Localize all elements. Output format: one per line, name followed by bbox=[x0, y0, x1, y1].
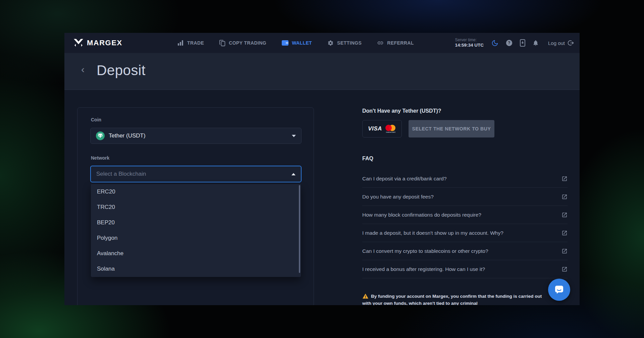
chat-widget-button[interactable] bbox=[548, 279, 570, 301]
external-link-icon bbox=[561, 230, 568, 236]
nav-menu: TRADE COPY TRADING WALLET bbox=[178, 33, 414, 53]
nav-item-referral[interactable]: REFERRAL bbox=[377, 40, 414, 46]
external-link-icon bbox=[561, 176, 568, 182]
mastercard-red-circle bbox=[385, 125, 392, 131]
card-payment-badge: VISA mastercard bbox=[362, 120, 402, 137]
faq-question: How many block confirmations do deposits… bbox=[362, 212, 481, 218]
logout-icon bbox=[568, 40, 574, 46]
network-option-polygon[interactable]: Polygon bbox=[91, 230, 301, 246]
visa-logo: VISA bbox=[368, 125, 382, 132]
coin-label: Coin bbox=[91, 117, 101, 122]
faq-question: I received a bonus after registering. Ho… bbox=[362, 266, 485, 272]
faq-heading: FAQ bbox=[362, 156, 373, 162]
mobile-app-button[interactable] bbox=[520, 39, 525, 47]
bar-chart-icon bbox=[178, 40, 184, 46]
warning-line2: with your own funds, which aren't tied t… bbox=[362, 300, 580, 305]
faq-item-credit-card[interactable]: Can I deposit via a credit/bank card? bbox=[362, 170, 568, 188]
buy-heading: Don't Have any Tether (USDT)? bbox=[362, 108, 441, 114]
network-select[interactable]: Select a Blockchain bbox=[90, 166, 302, 182]
external-link-icon bbox=[561, 212, 568, 218]
network-option-bep20[interactable]: BEP20 bbox=[91, 215, 301, 230]
nav-item-label: COPY TRADING bbox=[229, 40, 266, 46]
nav-item-label: SETTINGS bbox=[337, 40, 362, 46]
network-dropdown: ERC20 TRC20 BEP20 Polygon Avalanche Sola… bbox=[91, 184, 301, 277]
warning-line1: By funding your account on Margex, you c… bbox=[371, 293, 542, 300]
nav-item-trade[interactable]: TRADE bbox=[178, 40, 204, 46]
faq-item-bonus[interactable]: I received a bonus after registering. Ho… bbox=[362, 260, 568, 278]
logout-button[interactable]: Log out bbox=[548, 40, 574, 46]
tether-icon bbox=[96, 131, 105, 140]
logout-label: Log out bbox=[548, 40, 565, 46]
deposit-card: Coin Tether (USDT) Network Select a Bloc… bbox=[77, 107, 314, 305]
help-button[interactable]: ? bbox=[505, 39, 513, 47]
gear-icon bbox=[327, 40, 334, 46]
page-title: Deposit bbox=[97, 62, 146, 78]
logo-text: MARGEX bbox=[87, 39, 122, 47]
server-time-label: Server time: bbox=[455, 38, 484, 43]
coin-select-value: Tether (USDT) bbox=[109, 132, 146, 139]
bell-icon bbox=[532, 39, 539, 47]
wallet-icon bbox=[282, 40, 288, 46]
nav-item-label: REFERRAL bbox=[387, 40, 414, 46]
network-option-trc20[interactable]: TRC20 bbox=[91, 200, 301, 215]
external-link-icon bbox=[561, 248, 568, 254]
margex-logo[interactable]: MARGEX bbox=[73, 33, 122, 53]
dropdown-scrollbar[interactable] bbox=[299, 185, 300, 273]
faq-question: Can I convert my crypto to stablecoins o… bbox=[362, 248, 488, 254]
copy-icon bbox=[219, 40, 225, 46]
nav-item-copy-trading[interactable]: COPY TRADING bbox=[219, 40, 266, 46]
select-network-to-buy-button[interactable]: SELECT THE NETWORK TO BUY bbox=[409, 120, 494, 137]
chevron-down-icon bbox=[292, 135, 296, 137]
nav-item-wallet[interactable]: WALLET bbox=[282, 40, 312, 46]
chevron-up-icon bbox=[291, 173, 296, 175]
page-header: ‹ Deposit bbox=[64, 53, 580, 90]
faq-item-deposit-not-showing[interactable]: I made a deposit, but it doesn't show up… bbox=[362, 224, 568, 242]
margex-logomark bbox=[73, 38, 84, 48]
nav-right-group: Server time: 14:59:34 UTC ? bbox=[455, 33, 574, 53]
help-icon: ? bbox=[505, 39, 513, 47]
faq-question: I made a deposit, but it doesn't show up… bbox=[362, 230, 503, 236]
back-button[interactable]: ‹ bbox=[81, 64, 85, 74]
warning-icon bbox=[362, 293, 369, 299]
app-window: MARGEX TRADE COPY TRADING bbox=[64, 33, 580, 305]
content-area: Coin Tether (USDT) Network Select a Bloc… bbox=[64, 90, 580, 305]
network-select-placeholder: Select a Blockchain bbox=[96, 171, 146, 177]
network-label: Network bbox=[91, 155, 109, 161]
network-option-erc20[interactable]: ERC20 bbox=[91, 184, 301, 200]
theme-toggle-button[interactable] bbox=[491, 40, 498, 47]
coin-select[interactable]: Tether (USDT) bbox=[90, 128, 302, 144]
chat-bubble-icon bbox=[554, 285, 564, 295]
external-link-icon bbox=[561, 194, 568, 200]
mastercard-logo: mastercard bbox=[385, 125, 396, 133]
mobile-app-icon bbox=[520, 39, 525, 47]
funding-warning: By funding your account on Margex, you c… bbox=[362, 293, 580, 305]
moon-icon bbox=[491, 40, 498, 47]
mastercard-label: mastercard bbox=[385, 131, 396, 133]
external-link-icon bbox=[561, 266, 568, 272]
svg-text:?: ? bbox=[508, 41, 510, 45]
nav-item-label: TRADE bbox=[187, 40, 204, 46]
nav-item-label: WALLET bbox=[292, 40, 312, 46]
notifications-button[interactable] bbox=[532, 39, 539, 47]
network-option-solana[interactable]: Solana bbox=[91, 261, 301, 277]
faq-item-convert-crypto[interactable]: Can I convert my crypto to stablecoins o… bbox=[362, 242, 568, 260]
network-option-avalanche[interactable]: Avalanche bbox=[91, 246, 301, 261]
server-time-value: 14:59:34 UTC bbox=[455, 43, 484, 48]
faq-list: Can I deposit via a credit/bank card? Do… bbox=[362, 170, 568, 278]
link-icon bbox=[377, 40, 384, 46]
nav-item-settings[interactable]: SETTINGS bbox=[327, 40, 362, 46]
top-nav: MARGEX TRADE COPY TRADING bbox=[64, 33, 580, 53]
faq-item-block-confirmations[interactable]: How many block confirmations do deposits… bbox=[362, 206, 568, 224]
server-time: Server time: 14:59:34 UTC bbox=[455, 38, 484, 48]
faq-item-deposit-fees[interactable]: Do you have any deposit fees? bbox=[362, 188, 568, 206]
faq-question: Can I deposit via a credit/bank card? bbox=[362, 176, 447, 182]
faq-question: Do you have any deposit fees? bbox=[362, 194, 434, 200]
